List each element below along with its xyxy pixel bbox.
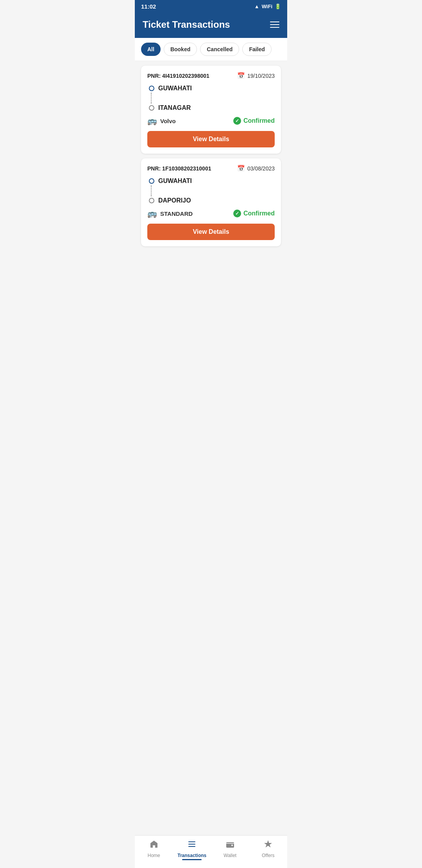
origin-dot-2 xyxy=(149,178,154,184)
origin-point-2: GUWAHATI xyxy=(149,178,275,185)
bottom-spacer xyxy=(135,251,287,290)
bus-icon-2: 🚌 xyxy=(147,209,157,218)
status-text-1: Confirmed xyxy=(243,117,275,124)
status-time: 11:02 xyxy=(141,3,156,10)
check-icon-2: ✓ xyxy=(233,210,241,217)
destination-point-1: ITANAGAR xyxy=(149,104,275,111)
tab-all[interactable]: All xyxy=(141,43,161,56)
signal-icon: ▲ xyxy=(254,4,259,9)
route-section-2: GUWAHATI DAPORIJO xyxy=(147,178,275,204)
origin-station-1: GUWAHATI xyxy=(158,85,192,92)
menu-line-3 xyxy=(270,27,279,28)
pnr-row-2: PNR: 1F10308202310001 📅 03/08/2023 xyxy=(147,165,275,172)
header: Ticket Transactions xyxy=(135,13,287,38)
menu-line-1 xyxy=(270,22,279,22)
destination-station-2: DAPORIJO xyxy=(158,197,191,204)
view-details-button-2[interactable]: View Details xyxy=(147,224,275,240)
wifi-icon: WiFi xyxy=(262,4,272,9)
route-section-1: GUWAHATI ITANAGAR xyxy=(147,85,275,111)
status-text-2: Confirmed xyxy=(243,210,275,217)
destination-point-2: DAPORIJO xyxy=(149,197,275,204)
tab-cancelled[interactable]: Cancelled xyxy=(200,43,239,56)
battery-icon: 🔋 xyxy=(275,4,281,9)
tab-failed[interactable]: Failed xyxy=(242,43,271,56)
destination-dot-2 xyxy=(149,198,154,203)
status-badge-2: ✓ Confirmed xyxy=(233,210,275,217)
transactions-list: PNR: 4I41910202398001 📅 19/10/2023 GUWAH… xyxy=(135,61,287,251)
origin-dot-1 xyxy=(149,86,154,91)
date-1: 19/10/2023 xyxy=(247,73,275,79)
destination-dot-1 xyxy=(149,105,154,111)
route-connector-2 xyxy=(149,185,275,196)
status-icons: ▲ WiFi 🔋 xyxy=(254,4,281,9)
origin-point-1: GUWAHATI xyxy=(149,85,275,92)
transaction-card-2: PNR: 1F10308202310001 📅 03/08/2023 GUWAH… xyxy=(141,158,281,246)
pnr-number-2: PNR: 1F10308202310001 xyxy=(147,165,211,172)
origin-station-2: GUWAHATI xyxy=(158,178,192,185)
pnr-row-1: PNR: 4I41910202398001 📅 19/10/2023 xyxy=(147,72,275,79)
status-badge-1: ✓ Confirmed xyxy=(233,117,275,125)
view-details-button-1[interactable]: View Details xyxy=(147,131,275,147)
date-row-2: 📅 03/08/2023 xyxy=(237,165,275,172)
menu-button[interactable] xyxy=(270,22,279,28)
page-title: Ticket Transactions xyxy=(143,19,230,30)
filter-tabs: All Booked Cancelled Failed xyxy=(135,38,287,61)
destination-station-1: ITANAGAR xyxy=(158,104,191,111)
date-2: 03/08/2023 xyxy=(247,165,275,172)
calendar-icon-1: 📅 xyxy=(237,72,245,79)
tab-booked[interactable]: Booked xyxy=(164,43,197,56)
bus-info-1: 🚌 Volvo xyxy=(147,116,176,126)
dotted-line-1 xyxy=(149,93,154,104)
bus-info-2: 🚌 STANDARD xyxy=(147,209,193,218)
bus-icon-1: 🚌 xyxy=(147,116,157,126)
calendar-icon-2: 📅 xyxy=(237,165,245,172)
bus-type-2: STANDARD xyxy=(160,210,193,217)
bus-type-1: Volvo xyxy=(160,118,176,124)
transaction-card-1: PNR: 4I41910202398001 📅 19/10/2023 GUWAH… xyxy=(141,66,281,154)
bus-row-1: 🚌 Volvo ✓ Confirmed xyxy=(147,116,275,126)
route-connector-1 xyxy=(149,93,275,104)
pnr-number-1: PNR: 4I41910202398001 xyxy=(147,73,209,79)
dotted-line-2 xyxy=(149,185,154,196)
status-bar: 11:02 ▲ WiFi 🔋 xyxy=(135,0,287,13)
date-row-1: 📅 19/10/2023 xyxy=(237,72,275,79)
bus-row-2: 🚌 STANDARD ✓ Confirmed xyxy=(147,209,275,218)
menu-line-2 xyxy=(270,24,279,25)
check-icon-1: ✓ xyxy=(233,117,241,125)
